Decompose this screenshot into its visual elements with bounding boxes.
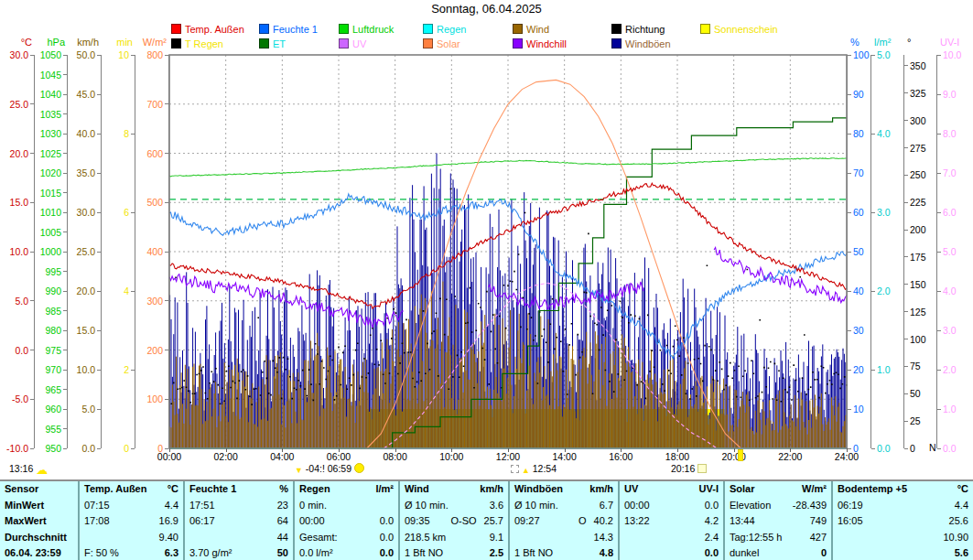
legend-item: ET: [259, 38, 286, 49]
axis-tick: [63, 153, 67, 154]
table-header-cell: Feuchte 1%: [185, 481, 293, 497]
axis-tick: [97, 55, 101, 56]
table-cell: 17:0816.9: [80, 513, 183, 529]
axis-tick: [30, 202, 34, 203]
table-cell: Ø 10 min.3.6: [400, 498, 508, 513]
axis-label: 75: [910, 361, 921, 371]
axis-label: 300: [910, 116, 926, 125]
x-axis-tick: [508, 448, 509, 452]
table-row-label: MinWert: [0, 498, 78, 513]
axis-tick: [904, 147, 908, 148]
axis-tick: [871, 55, 875, 56]
axis-label: 35.0: [77, 168, 95, 178]
axis-label: 600: [146, 149, 163, 158]
axis-tick: [63, 94, 67, 95]
x-axis-tick: [339, 448, 340, 452]
table-header-cell: Temp. Außen°C: [80, 481, 183, 497]
axis-tick: [131, 370, 135, 371]
weather-day-chart: Sonntag, 06.04.2025 Temp. AußenFeuchte 1…: [0, 0, 973, 560]
axis-tick: [904, 202, 908, 203]
x-axis-tick: [790, 448, 791, 452]
axis-tick: [131, 291, 135, 292]
axis-tick: [131, 55, 135, 56]
axis-label: 10.0: [943, 50, 961, 59]
x-axis-label: 08:00: [375, 451, 416, 462]
axis-tick: [30, 153, 34, 154]
axis-label: 100: [910, 335, 926, 344]
table-col-sensor: SensorMinWertMaxWertDurchschnitt06.04. 2…: [0, 481, 78, 560]
axis-tick: [848, 173, 851, 174]
table-cell: 16:0525.6: [833, 513, 973, 529]
legend-label: Temp. Außen: [185, 24, 244, 35]
legend-swatch: [259, 24, 269, 34]
axis-line-lm2: [870, 55, 871, 448]
table-col: Regenl/m²0 min.00:000.0Gesamt:0.00.0 l/m…: [293, 481, 398, 560]
axis-label: 995: [45, 267, 61, 276]
table-cell: 06:194.4: [833, 498, 973, 513]
legend-label: Luftdruck: [352, 24, 394, 35]
axis-label: 1045: [40, 70, 61, 80]
legend-swatch: [171, 24, 181, 34]
axis-label: 3.0: [877, 208, 891, 217]
axis-label: 30.0: [77, 208, 95, 217]
sun-down-arrow-icon: ▼: [295, 466, 303, 475]
axis-tick: [131, 134, 135, 135]
axis-tick: [63, 232, 67, 232]
series-luftdruck: [169, 158, 847, 177]
table-col: Feuchte 1%17:512306:1764443.70 g/m²50: [183, 481, 293, 560]
axis-tick: [97, 448, 101, 449]
table-cell: 1 Bft NO2.5: [400, 545, 508, 560]
x-axis-label: 14:00: [545, 451, 585, 462]
axis-label: 8: [124, 129, 129, 138]
legend-label: Windchill: [526, 38, 567, 49]
table-cell: F: 50 %6.3: [80, 545, 183, 560]
legend-label: ET: [273, 38, 286, 49]
axis-title-lm2: l/m²: [874, 37, 891, 48]
table-cell: 0 min.: [295, 498, 398, 513]
chart-plot-svg: [168, 54, 848, 449]
axis-tick: [871, 134, 875, 135]
axis-label: 4.0: [877, 129, 891, 138]
axis-tick: [97, 370, 101, 371]
axis-label: 10: [118, 50, 129, 59]
table-cell: 17:5123: [185, 498, 293, 513]
axis-line-kmh: [101, 55, 102, 448]
axis-tick: [848, 370, 851, 371]
legend-item: Windchill: [513, 38, 567, 49]
table-header-cell: SolarW/m²: [725, 481, 831, 497]
page-title: Sonntag, 06.04.2025: [0, 2, 973, 16]
axis-label: 275: [910, 144, 926, 153]
marker-text: 13:16: [9, 463, 33, 474]
axis-tick: [63, 134, 67, 135]
axis-label: 6.0: [943, 208, 957, 217]
legend-item: T Regen: [171, 38, 223, 49]
axis-label: 0.0: [15, 346, 28, 355]
x-axis-tick: [734, 448, 735, 452]
legend-swatch: [339, 38, 349, 48]
axis-tick: [904, 65, 908, 66]
legend-swatch: [700, 24, 710, 34]
axis-tick: [904, 284, 908, 285]
axis-label: 125: [910, 307, 926, 317]
table-row-label: Sensor: [0, 481, 78, 497]
axis-tick: [848, 330, 851, 331]
table-cell: 14.3: [510, 530, 618, 545]
axis-tick: [97, 94, 101, 95]
table-cell: 44: [185, 530, 293, 545]
table-cell: 5.6: [833, 545, 973, 560]
axis-tick: [904, 393, 908, 394]
axis-label: 20: [853, 365, 864, 374]
axis-label: 20.0: [10, 149, 28, 158]
axis-label: 10.0: [10, 247, 28, 256]
axis-label: 8.0: [943, 129, 957, 138]
axis-tick: [848, 94, 851, 95]
axis-label: 200: [910, 225, 926, 234]
axis-tick: [937, 370, 941, 371]
table-cell: Ø 10 min.6.7: [510, 498, 618, 513]
axis-label: 250: [910, 170, 926, 179]
table-header-cell: Bodentemp +5°C: [833, 481, 973, 497]
x-axis-label: 12:00: [488, 451, 528, 462]
axis-label: 985: [45, 307, 61, 316]
axis-tick: [63, 428, 67, 429]
axis-tick: [30, 300, 34, 301]
